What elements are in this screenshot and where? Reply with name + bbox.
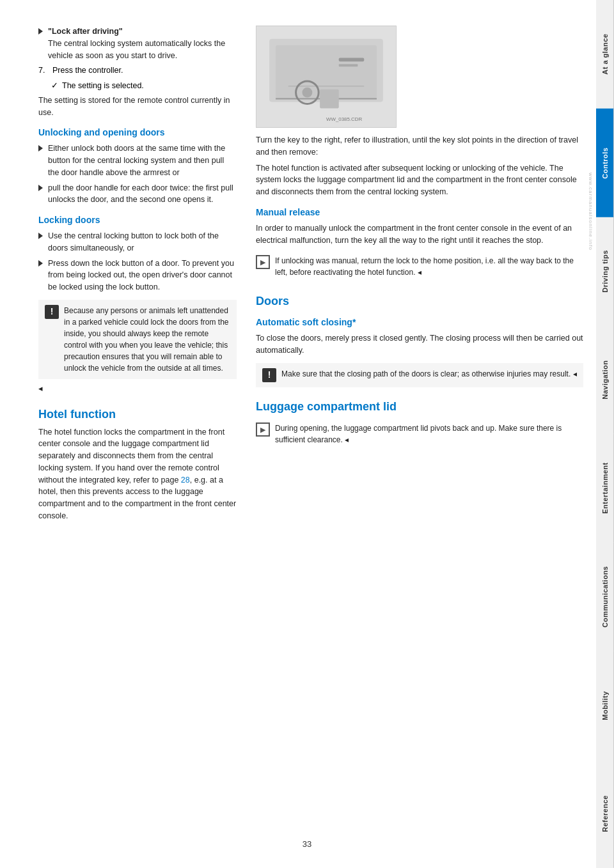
sidebar-tab-entertainment[interactable]: Entertainment — [596, 434, 614, 543]
left-column: "Lock after driving" The central locking… — [38, 26, 237, 842]
svg-text:WW_0385.CDR: WW_0385.CDR — [326, 116, 362, 122]
hotel-function-heading: Hotel function — [38, 408, 237, 421]
page-link-28[interactable]: 28 — [181, 476, 190, 484]
svg-point-6 — [302, 88, 312, 98]
sidebar-tab-at-a-glance[interactable]: At a glance — [596, 0, 614, 109]
lock-bullet-1: Use the central locking button to lock b… — [38, 230, 237, 254]
svg-rect-9 — [339, 64, 358, 66]
lock-after-driving-desc: The central locking system automatically… — [48, 39, 225, 60]
doors-warning-box: ! Make sure that the closing path of the… — [256, 363, 583, 387]
luggage-notice-icon: ▶ — [256, 422, 270, 437]
doors-warning-text: Make sure that the closing path of the d… — [281, 368, 577, 382]
bullet-arrow-1 — [38, 145, 43, 151]
bullet-arrow — [38, 28, 43, 35]
sidebar-tab-controls[interactable]: Controls — [596, 109, 614, 217]
bullet-arrow-4 — [38, 260, 43, 267]
warning-box: ! Because any persons or animals left un… — [38, 300, 237, 379]
step7-text: Press the controller. — [52, 65, 123, 77]
check-item: ✓ The setting is selected. — [51, 80, 237, 92]
check-text: The setting is selected. — [62, 80, 144, 92]
luggage-notice-box: ▶ During opening, the luggage compartmen… — [256, 419, 583, 449]
luggage-heading: Luggage compartment lid — [256, 400, 583, 414]
sidebar-tab-reference[interactable]: Reference — [596, 759, 614, 868]
doors-warning-icon: ! — [262, 368, 276, 382]
auto-soft-heading: Automatic soft closing* — [256, 317, 583, 327]
page-number: 33 — [303, 839, 311, 849]
lock-bullet-1-text: Use the central locking button to lock b… — [48, 230, 237, 254]
unlock-bullet-1-text: Either unlock both doors at the same tim… — [48, 143, 237, 178]
turn-key-text: Turn the key to the right, refer to illu… — [256, 134, 583, 159]
unlock-bullet-2-text: pull the door handle for each door twice… — [48, 182, 237, 206]
end-mark-1: ◂ — [38, 383, 237, 395]
lock-after-driving-item: "Lock after driving" The central locking… — [38, 26, 237, 61]
doors-heading: Doors — [256, 295, 583, 308]
manual-release-notice-box: ▶ If unlocking was manual, return the lo… — [256, 251, 583, 282]
lock-bullet-2: Press down the lock button of a door. To… — [38, 258, 237, 293]
unlock-bullet-2: pull the door handle for each door twice… — [38, 182, 237, 206]
watermark: www.carmanualsonline.info — [588, 173, 594, 251]
bullet-arrow-3 — [38, 233, 43, 239]
manual-release-notice-text: If unlocking was manual, return the lock… — [275, 255, 583, 278]
lock-after-driving-label: "Lock after driving" — [48, 27, 123, 36]
manual-release-desc: In order to manually unlock the compartm… — [256, 222, 583, 247]
step7-item: 7. Press the controller. — [38, 65, 237, 77]
warning-text: Because any persons or animals left unat… — [64, 305, 230, 374]
unlocking-heading: Unlocking and opening doors — [38, 127, 237, 137]
check-mark: ✓ — [51, 80, 58, 92]
unlock-bullet-1: Either unlock both doors at the same tim… — [38, 143, 237, 178]
setting-stored-text: The setting is stored for the remote con… — [38, 95, 237, 119]
svg-rect-8 — [339, 58, 365, 61]
manual-release-heading: Manual release — [256, 207, 583, 217]
sidebar-tab-mobility[interactable]: Mobility — [596, 651, 614, 760]
sidebar-tab-driving-tips[interactable]: Driving tips — [596, 217, 614, 326]
hotel-activated-text: The hotel function is activated after su… — [256, 162, 583, 198]
auto-soft-desc: To close the doors, merely press it clos… — [256, 332, 583, 357]
locking-heading: Locking doors — [38, 215, 237, 225]
car-image: WW_0385.CDR — [256, 26, 397, 128]
sidebar-tab-navigation[interactable]: Navigation — [596, 325, 614, 434]
right-column: WW_0385.CDR Turn the key to the right, r… — [249, 26, 583, 842]
right-sidebar: At a glance Controls Driving tips Naviga… — [596, 0, 614, 868]
svg-rect-7 — [320, 89, 339, 109]
bullet-arrow-2 — [38, 185, 43, 191]
lock-bullet-2-text: Press down the lock button of a door. To… — [48, 258, 237, 293]
notice-arrow-icon: ▶ — [256, 255, 270, 269]
step7-number: 7. — [38, 65, 49, 77]
luggage-notice-text: During opening, the luggage compartment … — [275, 422, 583, 446]
warning-icon: ! — [45, 305, 59, 319]
sidebar-tab-communications[interactable]: Communications — [596, 543, 614, 651]
hotel-function-desc: The hotel function locks the compartment… — [38, 426, 237, 522]
